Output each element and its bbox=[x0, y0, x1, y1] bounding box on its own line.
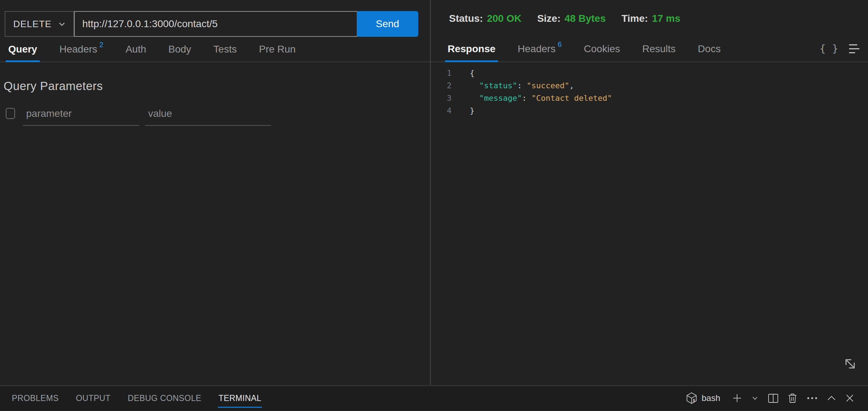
url-input-box bbox=[74, 11, 357, 37]
chevron-down-icon bbox=[57, 19, 67, 29]
tab-headers[interactable]: Headers2 bbox=[59, 37, 103, 61]
query-param-row bbox=[6, 107, 271, 126]
response-tabs: Response Headers6 Cookies Results Docs {… bbox=[431, 0, 868, 62]
response-pane: Status: 200 OK Size: 48 Bytes Time: 17 m… bbox=[431, 0, 868, 385]
tab-auth[interactable]: Auth bbox=[126, 37, 146, 61]
shell-label: bash bbox=[702, 393, 720, 403]
expand-response-icon[interactable] bbox=[842, 355, 859, 372]
thunder-client-window: DELETE Send Query Headers2 Auth bbox=[0, 0, 868, 411]
tab-results-label: Results bbox=[642, 43, 676, 55]
line-number: 2 bbox=[431, 79, 452, 92]
tab-debug-console-label: DEBUG CONSOLE bbox=[128, 393, 201, 403]
code-line: 2 "status": "succeed", bbox=[431, 79, 868, 92]
bottom-panel: PROBLEMS OUTPUT DEBUG CONSOLE TERMINAL $ bbox=[0, 386, 868, 410]
tab-results[interactable]: Results bbox=[642, 36, 676, 61]
tab-docs-label: Docs bbox=[698, 43, 721, 55]
tab-docs[interactable]: Docs bbox=[698, 36, 721, 61]
tab-tests-label: Tests bbox=[213, 44, 236, 55]
tab-query-label: Query bbox=[8, 44, 37, 55]
tab-query[interactable]: Query bbox=[8, 37, 37, 61]
code-line: 4 } bbox=[431, 104, 868, 117]
tab-body-label: Body bbox=[169, 44, 191, 55]
method-value: DELETE bbox=[13, 19, 52, 30]
wrap-lines-icon[interactable] bbox=[849, 44, 859, 53]
response-body-editor: 1 { 2 "status": "succeed", 3 "message": … bbox=[431, 62, 868, 117]
line-number: 1 bbox=[431, 67, 452, 79]
code-line: 3 "message": "Contact deleted" bbox=[431, 92, 868, 104]
line-number: 3 bbox=[431, 92, 452, 104]
headers-count-badge: 2 bbox=[99, 41, 103, 49]
send-button[interactable]: Send bbox=[357, 11, 418, 37]
request-bar: DELETE Send bbox=[5, 11, 418, 37]
main-area: DELETE Send Query Headers2 Auth bbox=[0, 0, 868, 386]
svg-text:$: $ bbox=[693, 398, 695, 403]
tab-tests[interactable]: Tests bbox=[213, 37, 236, 61]
param-name-input[interactable] bbox=[23, 107, 139, 126]
terminal-shell-item[interactable]: $ bash bbox=[686, 392, 720, 404]
param-checkbox[interactable] bbox=[6, 108, 15, 119]
maximize-panel-icon[interactable] bbox=[827, 395, 836, 401]
param-value-input[interactable] bbox=[145, 107, 271, 126]
tab-problems[interactable]: PROBLEMS bbox=[12, 386, 59, 410]
tab-headers-label: Headers bbox=[59, 44, 97, 55]
tab-terminal[interactable]: TERMINAL bbox=[219, 386, 262, 410]
tab-cookies-label: Cookies bbox=[584, 43, 620, 55]
split-terminal-icon[interactable] bbox=[768, 393, 779, 403]
code-line: 1 { bbox=[431, 67, 868, 79]
request-tabs: Query Headers2 Auth Body Tests Pre Run bbox=[0, 37, 430, 62]
line-number: 4 bbox=[431, 104, 452, 117]
kill-terminal-icon[interactable] bbox=[787, 393, 798, 403]
tab-response-headers[interactable]: Headers6 bbox=[518, 36, 562, 61]
tab-problems-label: PROBLEMS bbox=[12, 393, 59, 403]
tab-output[interactable]: OUTPUT bbox=[76, 386, 111, 410]
method-dropdown[interactable]: DELETE bbox=[5, 11, 74, 37]
tab-cookies[interactable]: Cookies bbox=[584, 36, 620, 61]
tab-terminal-label: TERMINAL bbox=[219, 393, 262, 403]
response-toolbar: { } bbox=[820, 41, 859, 56]
tab-response[interactable]: Response bbox=[448, 36, 496, 61]
tab-debug-console[interactable]: DEBUG CONSOLE bbox=[128, 386, 201, 410]
new-terminal-icon[interactable] bbox=[732, 393, 742, 403]
format-json-icon[interactable]: { } bbox=[820, 43, 838, 55]
request-pane: DELETE Send Query Headers2 Auth bbox=[0, 0, 431, 385]
tab-body[interactable]: Body bbox=[169, 37, 191, 61]
tab-output-label: OUTPUT bbox=[76, 393, 111, 403]
tab-response-headers-label: Headers bbox=[518, 43, 556, 55]
terminal-actions: $ bash bbox=[686, 386, 854, 410]
tab-response-label: Response bbox=[448, 43, 496, 55]
tab-auth-label: Auth bbox=[126, 44, 146, 55]
bash-terminal-icon: $ bbox=[686, 392, 697, 404]
close-panel-icon[interactable] bbox=[845, 393, 854, 403]
url-input[interactable] bbox=[75, 12, 357, 36]
panel-tabs: PROBLEMS OUTPUT DEBUG CONSOLE TERMINAL bbox=[12, 386, 261, 410]
query-parameters-title: Query Parameters bbox=[4, 79, 103, 93]
more-actions-icon[interactable] bbox=[806, 396, 818, 400]
tab-pre-run-label: Pre Run bbox=[259, 44, 296, 55]
tab-pre-run[interactable]: Pre Run bbox=[259, 37, 296, 61]
response-headers-count-badge: 6 bbox=[558, 40, 562, 49]
terminal-profile-chevron-icon[interactable] bbox=[751, 394, 759, 402]
